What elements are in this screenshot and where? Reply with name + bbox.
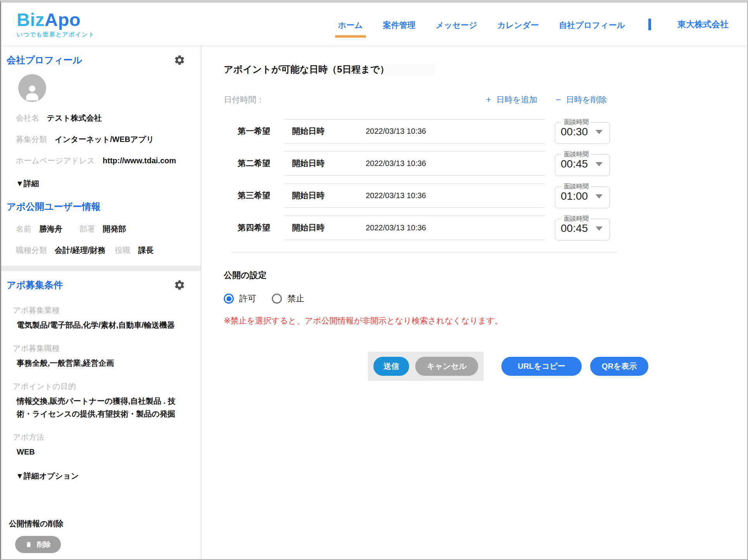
profile-detail-toggle[interactable]: ▼詳細 bbox=[16, 178, 201, 189]
slot-3-start-label: 開始日時 bbox=[292, 190, 366, 201]
slot-3-duration-value: 01:00 bbox=[561, 190, 588, 202]
field-recruit-category: 募集分類 インターネット/WEBアプリ bbox=[16, 134, 201, 145]
slot-2-duration-select[interactable]: 面談時間 00:45 bbox=[555, 150, 610, 176]
slot-3-label: 第三希望 bbox=[238, 190, 284, 201]
nav-item-messages[interactable]: メッセージ bbox=[435, 18, 478, 38]
delete-button[interactable]: 削除 bbox=[15, 536, 61, 553]
field-user-dept: 部署 開発部 bbox=[79, 224, 126, 234]
conditions-section-head: アポ募集条件 bbox=[1, 271, 201, 294]
datetime-label: 日付時間： bbox=[224, 94, 264, 105]
nav-item-case-management[interactable]: 案件管理 bbox=[382, 18, 416, 38]
chevron-down-icon bbox=[596, 130, 603, 134]
radio-deny[interactable]: 禁止 bbox=[272, 293, 304, 304]
logo-tagline: いつでも世界とアポイント bbox=[17, 31, 95, 38]
logo-text: BizApo bbox=[17, 10, 95, 29]
show-qr-button[interactable]: QRを表示 bbox=[590, 357, 648, 376]
gear-icon[interactable] bbox=[174, 279, 185, 291]
person-icon bbox=[22, 82, 42, 102]
chevron-down-icon bbox=[596, 226, 603, 231]
logo-part-apo: Apo bbox=[45, 9, 81, 30]
delete-section-title: 公開情報の削除 bbox=[9, 519, 201, 529]
conditions-jobs-label: アポ募集職種 bbox=[13, 343, 201, 354]
nav-item-home[interactable]: ホーム bbox=[337, 18, 364, 38]
trash-icon bbox=[25, 541, 32, 548]
nav-divider bbox=[648, 19, 651, 30]
field-homepage-label: ホームページアドレス bbox=[16, 156, 95, 166]
slot-4-duration-select[interactable]: 面談時間 00:45 bbox=[555, 215, 610, 240]
conditions-purpose-value: 情報交換,販売パートナーの獲得,自社製品 . 技術・ライセンスの提供,有望技術・… bbox=[17, 395, 180, 420]
sidebar: 会社プロフィール 会社名 テスト株式会社 募集分類 インターネット/WEBアプリ… bbox=[1, 46, 201, 559]
conditions-method-value: WEB bbox=[17, 446, 180, 458]
field-homepage-value: http://www.tdai.com bbox=[103, 156, 176, 165]
remove-datetime-label: 日時を削除 bbox=[566, 94, 607, 105]
slot-3-duration-legend: 面談時間 bbox=[561, 183, 591, 191]
conditions-title: アポ募集条件 bbox=[7, 279, 63, 291]
submit-cancel-group: 送信 キャンセル bbox=[368, 352, 484, 381]
chevron-down-icon bbox=[596, 162, 603, 166]
nav-item-home-label: ホーム bbox=[338, 21, 363, 29]
slot-2-datetime-value: 2022/03/13 10:36 bbox=[366, 159, 426, 168]
nav-item-own-profile-label: 自社プロフィール bbox=[559, 21, 625, 29]
conditions-industry-label: アポ募集業種 bbox=[13, 305, 201, 316]
slot-2-duration-value: 00:45 bbox=[561, 158, 588, 170]
chevron-down-icon bbox=[596, 194, 603, 199]
slot-4-start-datetime-field[interactable]: 開始日時 2022/03/13 10:36 bbox=[284, 216, 545, 240]
slot-3-duration-value-wrap: 01:00 bbox=[561, 190, 610, 202]
slot-4-duration-value: 00:45 bbox=[561, 222, 588, 235]
field-user-jobtype: 職種分類 会計/経理/財務 bbox=[16, 245, 105, 256]
nav-item-calendar[interactable]: カレンダー bbox=[497, 18, 540, 38]
field-user-position-label: 役職 bbox=[115, 245, 130, 256]
datetime-toolbar: 日付時間： 日時を追加 日時を削除 bbox=[224, 94, 607, 105]
cancel-button[interactable]: キャンセル bbox=[415, 357, 478, 376]
delete-button-label: 削除 bbox=[37, 540, 51, 549]
slot-2-start-datetime-field[interactable]: 開始日時 2022/03/13 10:36 bbox=[284, 151, 545, 176]
remove-datetime-link[interactable]: 日時を削除 bbox=[555, 94, 607, 105]
copy-url-button[interactable]: URLをコピー bbox=[501, 357, 582, 376]
logo-part-biz: Biz bbox=[17, 9, 45, 30]
logo[interactable]: BizApo いつでも世界とアポイント bbox=[17, 10, 95, 38]
field-user-dept-label: 部署 bbox=[79, 224, 95, 234]
add-datetime-link[interactable]: 日時を追加 bbox=[485, 94, 537, 105]
slot-row-1: 第一希望 開始日時 2022/03/13 10:36 面談時間 00:30 bbox=[224, 118, 610, 144]
field-user-position: 役職 課長 bbox=[115, 245, 154, 256]
slot-1-duration-value-wrap: 00:30 bbox=[561, 126, 610, 138]
slot-1-start-label: 開始日時 bbox=[292, 126, 366, 137]
radio-deny-label: 禁止 bbox=[287, 293, 304, 304]
company-profile-section-head: 会社プロフィール bbox=[1, 46, 201, 69]
slot-1-start-datetime-field[interactable]: 開始日時 2022/03/13 10:36 bbox=[284, 119, 545, 143]
conditions-jobs-value: 事務全般,一般営業,経営企画 bbox=[17, 357, 180, 370]
main-nav: ホーム 案件管理 メッセージ カレンダー 自社プロフィール 東大株式会社 bbox=[337, 14, 729, 35]
slot-3-start-datetime-field[interactable]: 開始日時 2022/03/13 10:36 bbox=[284, 183, 545, 208]
submit-button[interactable]: 送信 bbox=[373, 357, 409, 376]
field-user-jobtype-label: 職種分類 bbox=[16, 245, 47, 256]
slot-4-label: 第四希望 bbox=[238, 222, 284, 233]
conditions-purpose-label: アポイントの目的 bbox=[13, 381, 201, 392]
conditions-detail-toggle[interactable]: ▼詳細オプション bbox=[16, 471, 201, 481]
field-recruit-category-label: 募集分類 bbox=[16, 134, 47, 145]
minus-icon bbox=[555, 96, 562, 104]
slot-4-duration-value-wrap: 00:45 bbox=[561, 222, 610, 235]
nav-item-own-profile[interactable]: 自社プロフィール bbox=[558, 18, 626, 38]
field-user-name-label: 名前 bbox=[16, 224, 31, 234]
main-panel: アポイントが可能な日時（5日程まで） 日付時間： 日時を追加 日時を削除 bbox=[201, 46, 747, 559]
slot-list: 第一希望 開始日時 2022/03/13 10:36 面談時間 00:30 bbox=[224, 118, 610, 240]
header-company-name[interactable]: 東大株式会社 bbox=[677, 19, 729, 30]
section-divider bbox=[231, 252, 618, 252]
slot-1-duration-legend: 面談時間 bbox=[561, 118, 591, 126]
field-user-row2: 職種分類 会計/経理/財務 役職 課長 bbox=[16, 245, 201, 256]
publish-warning-text: ※禁止を選択すると、アポ公開情報が非開示となり検索されなくなります。 bbox=[224, 315, 747, 326]
field-recruit-category-value: インターネット/WEBアプリ bbox=[55, 134, 154, 145]
datetime-links: 日時を追加 日時を削除 bbox=[485, 94, 607, 105]
slot-4-datetime-value: 2022/03/13 10:36 bbox=[366, 223, 426, 232]
slot-4-start-label: 開始日時 bbox=[292, 222, 366, 233]
radio-allow[interactable]: 許可 bbox=[224, 293, 256, 304]
sidebar-section-divider bbox=[1, 266, 201, 271]
field-company-name-value: テスト株式会社 bbox=[47, 113, 102, 123]
slot-1-duration-select[interactable]: 面談時間 00:30 bbox=[555, 118, 610, 144]
conditions-industry-value: 電気製品/電子部品,化学/素材,自動車/輸送機器 bbox=[17, 319, 180, 332]
slot-1-duration-value: 00:30 bbox=[561, 126, 588, 138]
field-company-name: 会社名 テスト株式会社 bbox=[16, 113, 201, 123]
slot-3-duration-select[interactable]: 面談時間 01:00 bbox=[555, 183, 610, 208]
gear-icon[interactable] bbox=[174, 54, 185, 66]
publish-radio-group: 許可 禁止 bbox=[224, 293, 747, 304]
